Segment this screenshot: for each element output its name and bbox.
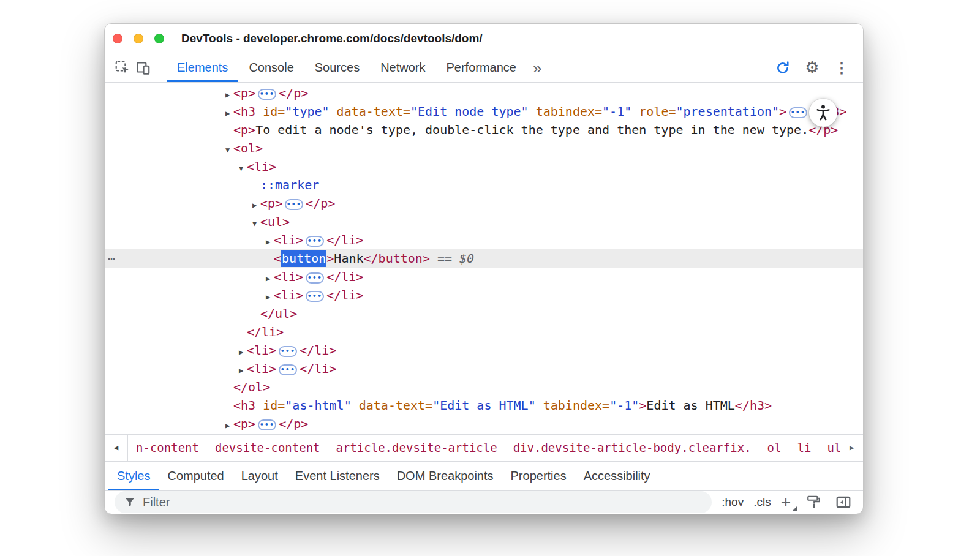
breadcrumb-item[interactable]: div.devsite-article-body.clearfix. [505, 435, 760, 461]
breadcrumb-item[interactable]: ol [760, 435, 790, 461]
tree-row[interactable]: ▶<li>•••</li> [105, 231, 863, 249]
breadcrumb-item[interactable]: article.devsite-article [328, 435, 505, 461]
inline-expand-button[interactable]: ••• [258, 419, 276, 430]
breadcrumb-item[interactable]: ul [819, 435, 840, 461]
traffic-lights [113, 24, 164, 53]
tree-row-content: ▼<ol> [105, 139, 863, 159]
more-tabs-icon[interactable]: » [527, 60, 548, 76]
crumb-scroll-left-icon[interactable]: ◀ [105, 435, 128, 461]
filter-funnel-icon [124, 496, 136, 511]
new-style-rule-button[interactable]: + [781, 494, 794, 511]
code-tag: <li> [274, 233, 303, 247]
expand-arrow-icon[interactable]: ▶ [266, 233, 274, 251]
tree-row[interactable]: <p>To edit a node's type, double-click t… [105, 121, 863, 139]
tree-row[interactable]: <h3 id="as-html" data-text="Edit as HTML… [105, 396, 863, 415]
tree-row[interactable]: ▼<ol> [105, 139, 863, 157]
dom-tree: ▶<p>•••</p>▶<h3 id="type" data-text="Edi… [105, 83, 863, 434]
expand-arrow-icon[interactable]: ▶ [252, 196, 260, 214]
tree-row[interactable]: ▶<h3 id="type" data-text="Edit node type… [105, 102, 863, 121]
collapse-arrow-icon[interactable]: ▼ [239, 159, 247, 178]
element-classes-button[interactable]: .cls [753, 495, 771, 509]
filter-input[interactable] [115, 491, 712, 513]
inline-expand-button[interactable]: ••• [279, 346, 297, 357]
tab-computed[interactable]: Computed [159, 462, 232, 490]
close-button[interactable] [113, 34, 123, 43]
tree-row[interactable]: ▶<li>•••</li> [105, 359, 863, 378]
tree-row[interactable]: ▼<li> [105, 157, 863, 176]
expand-arrow-icon[interactable]: ▶ [225, 86, 233, 104]
inline-expand-button[interactable]: ••• [279, 364, 297, 375]
expand-arrow-icon[interactable]: ▶ [225, 104, 233, 122]
inline-expand-button[interactable]: ••• [789, 107, 807, 118]
code-val: "Edit as HTML" [432, 398, 536, 413]
tab-dom-breakpoints[interactable]: DOM Breakpoints [388, 462, 502, 490]
code-tag: > [326, 251, 334, 266]
tab-layout[interactable]: Layout [233, 462, 287, 490]
tree-row[interactable]: </li> [105, 323, 863, 341]
tree-row[interactable]: ▶<li>•••</li> [105, 268, 863, 286]
row-overflow-dots[interactable]: ⋯ [108, 249, 115, 268]
tree-row-content: ▶<li>•••</li> [105, 231, 863, 251]
zoom-button[interactable] [154, 34, 164, 43]
tab-elements[interactable]: Elements [167, 53, 238, 82]
code-tag: <p> [233, 122, 255, 137]
tree-row[interactable]: ▶<p>•••</p> [105, 415, 863, 433]
inline-expand-button[interactable]: ••• [306, 291, 324, 302]
expand-arrow-icon[interactable]: ▶ [239, 343, 247, 361]
tree-row-content: <p>To edit a node's type, double-click t… [105, 121, 863, 139]
tab-sources[interactable]: Sources [304, 53, 370, 82]
expand-arrow-icon[interactable]: ▶ [225, 416, 233, 434]
toggle-element-state-button[interactable]: :hov [722, 495, 744, 509]
code-tag: <h3 [233, 104, 255, 119]
tree-row[interactable]: </ul> [105, 304, 863, 323]
tab-styles[interactable]: Styles [108, 462, 159, 490]
tab-event-listeners[interactable]: Event Listeners [287, 462, 388, 490]
code-tag: </p> [279, 86, 308, 100]
inline-expand-button[interactable]: ••• [285, 199, 303, 210]
code-attr: data-text= [330, 104, 410, 119]
tab-accessibility[interactable]: Accessibility [575, 462, 659, 490]
expand-arrow-icon[interactable]: ▶ [266, 288, 274, 306]
code-tag: <p> [260, 196, 282, 211]
collapse-arrow-icon[interactable]: ▼ [252, 214, 260, 233]
breadcrumb-item[interactable]: devsite-content [207, 435, 328, 461]
more-options-icon[interactable]: ⋮ [831, 58, 852, 78]
expand-arrow-icon[interactable]: ▶ [266, 269, 274, 288]
panel-tabs: ElementsConsoleSourcesNetworkPerformance [167, 53, 527, 82]
tree-row[interactable]: ⋯<button>Hank</button> == $0 [105, 249, 863, 268]
code-tag: <ul> [260, 214, 290, 229]
settings-gear-icon[interactable]: ⚙ [802, 58, 823, 78]
inline-expand-button[interactable]: ••• [306, 272, 324, 284]
breadcrumb-item[interactable]: n-content [128, 435, 207, 461]
tree-row[interactable]: ▶<p>•••</p> [105, 84, 863, 102]
inspect-icon[interactable] [112, 58, 133, 78]
titlebar: DevTools - developer.chrome.com/docs/dev… [105, 24, 863, 53]
code-tag: </li> [326, 233, 363, 247]
inline-expand-button[interactable]: ••• [306, 236, 324, 247]
tree-row[interactable]: ▶<li>•••</li> [105, 341, 863, 359]
tab-performance[interactable]: Performance [436, 53, 527, 82]
collapse-arrow-icon[interactable]: ▼ [225, 141, 233, 159]
device-toolbar-icon[interactable] [133, 58, 154, 78]
tab-properties[interactable]: Properties [502, 462, 575, 490]
code-tag: <p> [233, 86, 255, 100]
tab-console[interactable]: Console [238, 53, 304, 82]
toggle-sidebar-icon[interactable] [834, 492, 853, 512]
minimize-button[interactable] [134, 34, 143, 43]
tree-row[interactable]: ▶<li>•••</li> [105, 286, 863, 304]
inline-expand-button[interactable]: ••• [258, 89, 276, 100]
breadcrumb-item[interactable]: li [789, 435, 819, 461]
tab-network[interactable]: Network [370, 53, 435, 82]
tree-row[interactable]: ::marker [105, 176, 863, 194]
tree-row[interactable]: </ol> [105, 378, 863, 396]
code-tag: </li> [326, 269, 363, 284]
code-text: Hank [334, 251, 363, 266]
tree-row[interactable]: ▼<ul> [105, 212, 863, 231]
tree-row[interactable]: ▶<p>•••</p> [105, 194, 863, 212]
expand-arrow-icon[interactable]: ▶ [239, 361, 247, 380]
window-title: DevTools - developer.chrome.com/docs/dev… [181, 32, 483, 45]
brush-icon[interactable] [804, 492, 824, 512]
crumb-scroll-right-icon[interactable]: ▶ [840, 435, 863, 461]
toolbar-right-icons: ⚙ ⋮ [772, 58, 852, 78]
reload-icon[interactable] [772, 58, 793, 78]
